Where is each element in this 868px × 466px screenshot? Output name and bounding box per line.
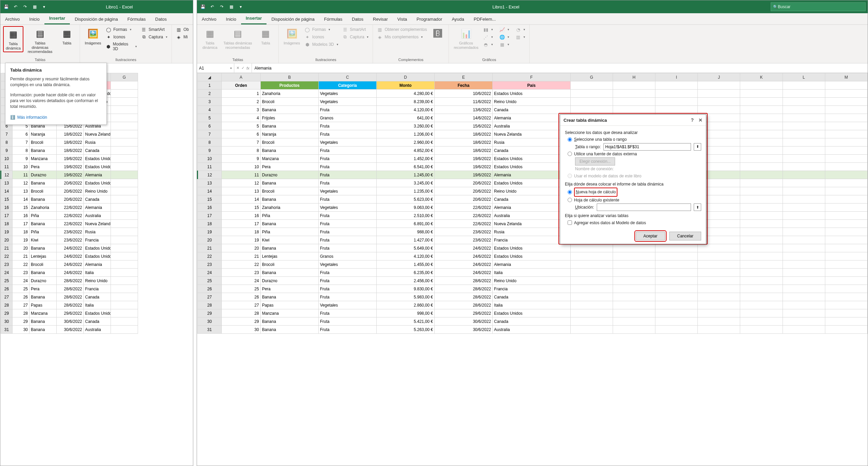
name-box[interactable]: A1▾	[197, 63, 234, 73]
radio-existing-sheet[interactable]	[568, 198, 572, 202]
cell[interactable]: 23/6/2022	[434, 228, 492, 236]
cell[interactable]: 15	[13, 203, 29, 212]
cell[interactable]: 24/6/2022	[57, 269, 84, 277]
cell[interactable]: 30/6/2022	[57, 326, 84, 334]
cell[interactable]: Banana	[260, 195, 318, 203]
cell[interactable]: 22/6/2022	[57, 220, 84, 228]
cell[interactable]: Pera	[260, 163, 318, 171]
cell[interactable]: Canada	[84, 195, 111, 203]
cell[interactable]: Manzana	[29, 309, 57, 317]
radio-external[interactable]	[568, 152, 572, 156]
cell[interactable]: 4.280,00 €	[376, 90, 434, 98]
cell[interactable]: Estados Unidos	[493, 244, 571, 252]
cell[interactable]: 28/6/2022	[57, 301, 84, 309]
tab-vista[interactable]: Vista	[393, 14, 412, 24]
cell[interactable]: 14	[221, 195, 260, 203]
table-row[interactable]: 1918PiñaFruta988,00 €23/6/2022Rusia	[198, 228, 868, 236]
cell[interactable]: 24	[221, 277, 260, 285]
cell[interactable]: Papas	[29, 301, 57, 309]
cell[interactable]: Piña	[260, 212, 318, 220]
cell[interactable]: 19	[13, 236, 29, 244]
cell[interactable]: 22/6/2022	[434, 220, 492, 228]
cell[interactable]: 2.860,00 €	[376, 301, 434, 309]
cell[interactable]: Fruta	[318, 326, 376, 334]
cell[interactable]: Banana	[260, 326, 318, 334]
cell[interactable]: 2.510,00 €	[376, 212, 434, 220]
cell[interactable]: Piña	[29, 228, 57, 236]
cell[interactable]: Lentejas	[260, 252, 318, 260]
3d-models-button[interactable]: ⬢Modelos 3D▾	[104, 41, 138, 52]
cell[interactable]: 29/6/2022	[434, 309, 492, 317]
col-M[interactable]: M	[825, 73, 867, 81]
cell[interactable]: Pera	[29, 285, 57, 293]
table-row[interactable]: 2625PeraFruta9.830,00 €28/6/2022Francia	[1, 285, 193, 293]
table-row[interactable]: 1615ZanahoriaVegetales9.063,00 €22/6/202…	[198, 203, 868, 212]
cell[interactable]: 28/6/2022	[434, 293, 492, 301]
cell[interactable]: 18/6/2022	[434, 138, 492, 147]
cell[interactable]: 2	[221, 98, 260, 106]
cell[interactable]: Fruta	[318, 244, 376, 252]
cell[interactable]: Durazno	[29, 277, 57, 285]
table-row[interactable]: 2928ManzanaFruta998,00 €29/6/2022Estados…	[1, 309, 193, 317]
cell[interactable]: 5.649,00 €	[376, 244, 434, 252]
cell[interactable]: 30/6/2022	[434, 326, 492, 334]
cell[interactable]: Canada	[493, 293, 571, 301]
table-qat-icon[interactable]: ▦	[228, 3, 235, 11]
cell[interactable]: 9.063,00 €	[376, 203, 434, 212]
cell[interactable]: Estados Unidos	[493, 163, 571, 171]
table-button[interactable]: ▦ Tabla	[57, 26, 77, 47]
cell[interactable]: 2.960,00 €	[376, 138, 434, 147]
cell[interactable]: Estados Unidos	[493, 252, 571, 260]
cell[interactable]: 18/6/2022	[57, 130, 84, 138]
table-row[interactable]: 1OrdenProductosCategoríaMontoFechaPaís	[198, 81, 868, 90]
cell[interactable]: Fruta	[318, 228, 376, 236]
cell[interactable]: Francia	[84, 285, 111, 293]
ok-button[interactable]: Aceptar	[636, 232, 665, 240]
cell[interactable]: Nueva Zelanda	[493, 130, 571, 138]
cell[interactable]: 988,00 €	[376, 228, 434, 236]
table-row[interactable]: 65BananaFruta3.260,00 €15/6/2022Australi…	[198, 122, 868, 130]
cell[interactable]: 5	[221, 122, 260, 130]
cell[interactable]: 1.245,00 €	[376, 171, 434, 179]
header-cell[interactable]: País	[493, 81, 571, 90]
enter-icon[interactable]: ✓	[241, 66, 244, 70]
cell[interactable]: 16	[13, 212, 29, 220]
chevron-down-icon[interactable]: ▾	[230, 66, 232, 70]
cell[interactable]: Canada	[493, 106, 571, 114]
header-cell[interactable]: Fecha	[434, 81, 492, 90]
cancel-icon[interactable]: ✕	[236, 66, 239, 70]
cell[interactable]: Estados Unidos	[493, 309, 571, 317]
cell[interactable]: 11	[13, 171, 29, 179]
cell[interactable]: Banana	[29, 179, 57, 187]
col-I[interactable]: I	[655, 73, 697, 81]
cell[interactable]: 1.427,00 €	[376, 236, 434, 244]
cell[interactable]: Canada	[493, 147, 571, 155]
table-qat-icon[interactable]: ▦	[31, 3, 38, 11]
cell[interactable]: 22	[221, 260, 260, 269]
cell[interactable]: Vegetales	[318, 260, 376, 269]
cell[interactable]: 15/6/2022	[434, 122, 492, 130]
table-row[interactable]: 98BananaFruta4.852,00 €18/6/2022Canada	[1, 147, 193, 155]
col-G[interactable]: G	[570, 73, 613, 81]
table-row[interactable]: 21ZanahoriaVegetales4.280,00 €10/6/2022E…	[198, 90, 868, 98]
cell[interactable]: Banana	[260, 244, 318, 252]
cell[interactable]: Rusia	[493, 228, 571, 236]
cell[interactable]: 28/6/2022	[57, 277, 84, 285]
cell[interactable]: 21	[13, 252, 29, 260]
addins-get-partial[interactable]: ▥Ob	[175, 26, 190, 33]
cell[interactable]: Estados Unidos	[84, 163, 111, 171]
cell[interactable]: Fruta	[318, 155, 376, 163]
recommended-pivot-button[interactable]: ▤ Tablas dinámicas recomendadas	[25, 26, 55, 55]
cell[interactable]: 27	[221, 301, 260, 309]
radio-select-range[interactable]	[568, 137, 572, 142]
close-icon[interactable]: ✕	[698, 117, 703, 123]
tab-pdfelement[interactable]: PDFelem...	[469, 14, 500, 24]
cell[interactable]: Brocoli	[260, 98, 318, 106]
smartart-button[interactable]: ☰SmartArt	[140, 26, 169, 33]
cell[interactable]: Nueva Zelanda	[493, 220, 571, 228]
cell[interactable]: Zanahoria	[260, 203, 318, 212]
table-row[interactable]: 1514BananaFruta5.623,00 €20/6/2022Canada	[198, 195, 868, 203]
header-cell[interactable]: Productos	[260, 81, 318, 90]
cell[interactable]: 29	[221, 317, 260, 326]
cell[interactable]: Brocoli	[260, 187, 318, 195]
